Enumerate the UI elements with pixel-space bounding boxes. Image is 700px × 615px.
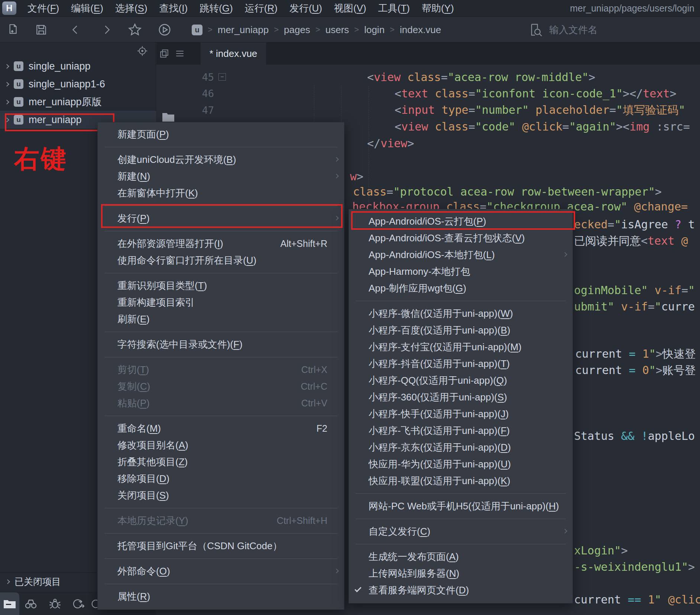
context-menu-item[interactable]: 外部命令(O) [98,563,344,580]
context-menu-item[interactable]: 刷新(E) [98,311,344,328]
submenu-item[interactable]: App-制作应用wgt包(G) [349,280,573,297]
context-menu-item[interactable]: 修改项目别名(A) [98,437,344,454]
new-file-icon[interactable] [6,23,19,36]
submenu-item[interactable]: 小程序-快手(仅适用于uni-app)(J) [349,406,573,422]
breadcrumb-separator: > [208,25,213,35]
breadcrumb-segment[interactable]: index.vue [400,24,441,36]
breadcrumb-segment[interactable]: users [325,24,349,36]
submenu-item[interactable]: 自定义发行(C) [349,523,573,540]
submenu-item[interactable]: 小程序-京东(仅适用于uni-app)(D) [349,439,573,456]
folder-icon [3,599,16,609]
menubar-item[interactable]: 编辑(E) [65,0,109,17]
breadcrumb-segment[interactable]: mer_uniapp [218,24,269,36]
sync-export-icon[interactable] [71,598,85,610]
menu-item-label: App-Android/iOS-本地打包(L) [369,248,495,261]
context-menu-item[interactable]: 本地历史记录(Y)Ctrl+Shift+H [98,512,344,529]
breadcrumb-segment[interactable]: pages [284,24,310,36]
context-menu-item[interactable]: 复制(C)Ctrl+C [98,378,344,395]
submenu-item[interactable]: 快应用-联盟(仅适用于uni-app)(K) [349,473,573,489]
submenu-item[interactable]: 小程序-支付宝(仅适用于uni-app)(M) [349,339,573,355]
split-editor-icon[interactable] [159,49,169,58]
submenu-item[interactable]: App-Android/iOS-查看云打包状态(V) [349,230,573,247]
submenu-item[interactable]: App-Harmony-本地打包 [349,263,573,280]
menu-separator [356,519,566,519]
breadcrumb: u >mer_uniapp>pages>users>login>index.vu… [192,17,441,42]
context-menu-item[interactable]: 在新窗体中打开(K) [98,185,344,202]
menu-item-label: 小程序-抖音(仅适用于uni-app)(T) [369,357,510,370]
search-panel-icon[interactable] [25,598,37,609]
line-number: 47 [178,104,214,116]
submenu-item[interactable]: App-Android/iOS-本地打包(L) [349,247,573,263]
submenu-item[interactable]: 小程序-QQ(仅适用于uni-app)(Q) [349,372,573,389]
annotation-box-publish [101,204,343,228]
context-menu-item[interactable]: 新建页面(P) [98,126,344,143]
file-search[interactable]: 输入文件名 [529,17,597,42]
menubar-item[interactable]: 跳转(G) [194,0,239,17]
menu-item-label: 托管项目到Git平台（CSDN GitCode） [117,540,282,553]
code-line: <view class="acea-row row-middle"> [367,71,595,84]
menubar-item[interactable]: 文件(F) [22,0,65,17]
tree-item-single_uniapp[interactable]: usingle_uniapp [0,57,156,75]
context-menu-item[interactable]: 折叠其他项目(Z) [98,454,344,470]
forward-icon[interactable] [101,23,112,36]
chevron-right-icon[interactable] [4,82,9,87]
context-menu-item[interactable]: 移除项目(D) [98,470,344,487]
context-menu-item[interactable]: 关闭项目(S) [98,487,344,504]
tab-list-icon[interactable] [175,49,185,58]
menu-item-label: 重命名(M) [117,422,161,435]
submenu-item[interactable]: 查看服务端网页文件(D) [349,582,573,599]
submenu-item[interactable]: 小程序-微信(仅适用于uni-app)(W) [349,305,573,322]
line-number: 45 [178,71,214,83]
context-menu-item[interactable]: 重命名(M)F2 [98,420,344,437]
star-icon[interactable] [128,23,142,37]
menu-item-label: App-Android/iOS-查看云打包状态(V) [369,232,525,245]
context-menu-item[interactable]: 在外部资源管理器打开(I)Alt+Shift+R [98,235,344,252]
context-menu-item[interactable]: 粘贴(P)Ctrl+V [98,395,344,412]
tab-index-vue[interactable]: * index.vue [201,42,266,65]
menu-item-label: 小程序-微信(仅适用于uni-app)(W) [369,307,513,320]
context-menu-item[interactable]: 创建uniCloud云开发环境(B) [98,151,344,168]
context-menu-item[interactable]: 重新构建项目索引 [98,294,344,311]
context-menu-item[interactable]: 字符搜索(选中目录或文件)(F) [98,336,344,353]
menubar-item[interactable]: 视图(V) [328,0,372,17]
chevron-right-icon[interactable] [4,64,9,69]
menu-item-label: 小程序-百度(仅适用于uni-app)(B) [369,324,510,337]
submenu-item[interactable]: 小程序-百度(仅适用于uni-app)(B) [349,322,573,339]
menubar-item[interactable]: 运行(R) [239,0,283,17]
context-menu-item[interactable]: 属性(R) [98,588,344,605]
code-line: xLogin"> [574,544,628,557]
code-line: current == 1" @clic [574,593,700,606]
menubar-item[interactable]: 发行(U) [283,0,328,17]
tab-project-manager[interactable] [0,592,19,615]
submenu-item[interactable]: 小程序-抖音(仅适用于uni-app)(T) [349,355,573,372]
locate-file-icon[interactable] [137,45,148,57]
fold-icon[interactable]: − [218,73,226,81]
run-icon[interactable] [158,23,172,37]
debug-icon[interactable] [49,598,61,609]
code-line: <view class="code" @click="again"><img :… [395,120,690,133]
submenu-item[interactable]: 快应用-华为(仅适用于uni-app)(U) [349,456,573,473]
menu-item-label: 刷新(E) [117,313,150,326]
tree-item-mer_uniapp原版[interactable]: umer_uniapp原版 [0,93,156,111]
submenu-item[interactable]: 小程序-360(仅适用于uni-app)(S) [349,389,573,406]
tree-item-single_uniapp1-6[interactable]: usingle_uniapp1-6 [0,75,156,93]
menubar-item[interactable]: 查找(I) [153,0,194,17]
submenu-item[interactable]: 生成统一发布页面(A) [349,548,573,565]
context-menu-item[interactable]: 剪切(T)Ctrl+X [98,361,344,378]
context-menu-item[interactable]: 托管项目到Git平台（CSDN GitCode） [98,538,344,554]
save-icon[interactable] [35,23,48,36]
submenu-item[interactable]: 上传网站到服务器(N) [349,565,573,582]
back-icon[interactable] [70,23,81,36]
menubar-item[interactable]: 帮助(Y) [416,0,460,17]
submenu-item[interactable]: 网站-PC Web或手机H5(仅适用于uni-app)(H) [349,498,573,515]
context-menu-item[interactable]: 重新识别项目类型(T) [98,277,344,294]
menu-item-label: 重新识别项目类型(T) [117,279,207,292]
menubar-item[interactable]: 工具(T) [372,0,416,17]
code-line: current = 1">快速登 [575,347,696,362]
context-menu-item[interactable]: 使用命令行窗口打开所在目录(U) [98,252,344,269]
submenu-item[interactable]: 小程序-飞书(仅适用于uni-app)(F) [349,422,573,439]
context-menu-item[interactable]: 新建(N) [98,168,344,185]
breadcrumb-segment[interactable]: login [364,24,385,36]
chevron-right-icon[interactable] [4,100,9,104]
menubar-item[interactable]: 选择(S) [109,0,153,17]
